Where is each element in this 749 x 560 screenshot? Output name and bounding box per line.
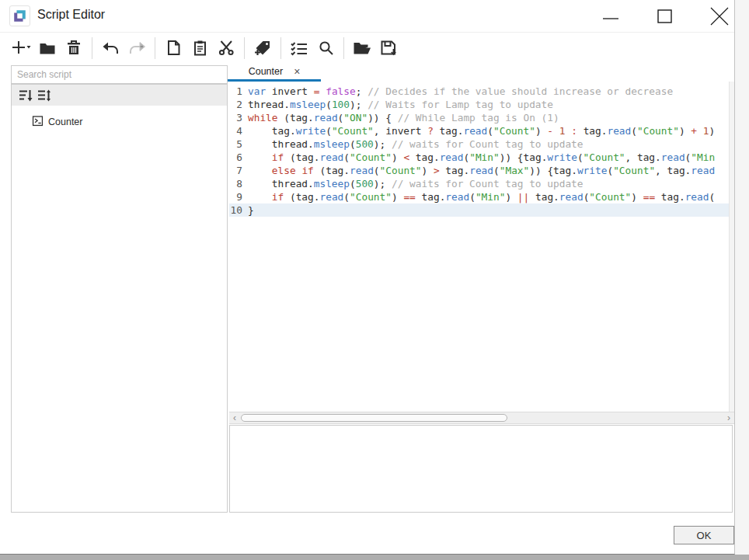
folder-icon[interactable] (36, 37, 59, 60)
script-tree: Counter (12, 106, 227, 130)
toolbar-separator (155, 37, 155, 59)
maximize-icon (655, 6, 675, 26)
horizontal-scrollbar[interactable]: ‹ › (229, 412, 734, 424)
tab-label: Counter (249, 66, 283, 77)
checklist-icon[interactable] (287, 37, 311, 60)
close-icon (709, 5, 730, 27)
code-line[interactable]: 3while (tag.read("ON")) { // While Lamp … (229, 111, 729, 124)
toolbar-separator (92, 37, 92, 59)
tree-item-counter[interactable]: Counter (12, 113, 227, 130)
tree-item-label: Counter (48, 117, 82, 127)
line-number: 5 (229, 137, 248, 151)
scroll-left-icon[interactable]: ‹ (230, 412, 239, 423)
window-title: Script Editor (37, 8, 105, 22)
sort-descending-icon[interactable] (16, 86, 35, 105)
line-number: 2 (229, 98, 248, 111)
undo-icon[interactable] (99, 37, 122, 60)
minimize-button[interactable] (594, 3, 628, 30)
script-file-icon (31, 114, 44, 130)
description-panel[interactable] (229, 425, 733, 513)
code-line[interactable]: 4 tag.write("Count", invert ? tag.read("… (229, 124, 729, 137)
line-number: 1 (229, 85, 248, 98)
code-editor[interactable]: 1var invert = false; // Decides if the v… (229, 82, 729, 412)
titlebar: Script Editor (0, 0, 734, 32)
toolbar-separator (280, 37, 281, 59)
code-line[interactable]: 7 else if (tag.read("Count") > tag.read(… (229, 164, 729, 177)
redo-icon[interactable] (125, 37, 148, 60)
close-button[interactable] (702, 3, 737, 30)
toolbar-separator (343, 37, 344, 59)
folder-open-icon[interactable] (350, 37, 374, 60)
toolbar-separator (244, 37, 245, 59)
script-editor-window: Script Editor Counter (0, 0, 735, 555)
line-number: 10 (229, 203, 248, 217)
code-line[interactable]: 6 if (tag.read("Count") < tag.read("Min"… (229, 151, 729, 164)
search-input[interactable] (11, 65, 228, 84)
add-script-icon[interactable] (9, 37, 33, 60)
code-line[interactable]: 1var invert = false; // Decides if the v… (229, 85, 729, 98)
editor-tabstrip: Counter × (228, 64, 734, 82)
delete-trash-icon[interactable] (62, 37, 85, 60)
search-icon[interactable] (314, 37, 337, 60)
minimize-icon (601, 6, 621, 26)
code-line[interactable]: 2thread.msleep(100); // Waits for Lamp t… (229, 98, 729, 111)
code-line[interactable]: 5 thread.msleep(500); // waits for Count… (229, 137, 729, 151)
script-list-panel: Counter (11, 84, 228, 513)
app-logo-icon (9, 5, 30, 26)
line-number: 7 (229, 164, 248, 177)
line-number: 3 (229, 111, 248, 124)
code-line[interactable]: 10} (229, 203, 729, 217)
line-number: 9 (229, 190, 248, 203)
code-line[interactable]: 9 if (tag.read("Count") == tag.read("Min… (229, 190, 729, 203)
script-list-toolbar (12, 85, 227, 106)
sort-updown-icon[interactable] (35, 86, 54, 105)
paste-clipboard-icon[interactable] (188, 37, 211, 60)
tag-add-icon[interactable] (251, 37, 274, 60)
taskbar-strip (0, 555, 749, 560)
scroll-right-icon[interactable]: › (724, 412, 733, 423)
cut-scissors-icon[interactable] (214, 37, 238, 60)
line-number: 6 (229, 151, 248, 164)
save-icon[interactable] (377, 37, 400, 60)
scrollbar-thumb[interactable] (241, 414, 507, 422)
ok-button[interactable]: OK (674, 526, 734, 544)
tab-counter[interactable]: Counter × (228, 64, 321, 82)
line-number: 8 (229, 177, 248, 190)
vertical-scrollbar[interactable] (729, 82, 734, 412)
code-line[interactable]: 8 thread.msleep(500); // waits for Count… (229, 177, 729, 190)
maximize-button[interactable] (648, 3, 682, 30)
main-toolbar (0, 32, 734, 63)
tab-close-icon[interactable]: × (294, 66, 300, 77)
line-number: 4 (229, 124, 248, 137)
copy-document-icon[interactable] (162, 37, 185, 60)
